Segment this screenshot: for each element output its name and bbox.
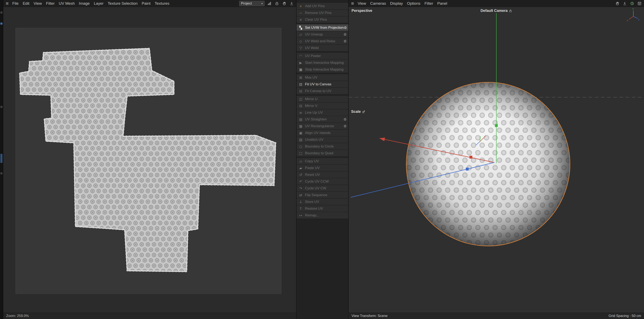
viewport-scene [349,7,644,313]
viewport-panel: ≡ ViewCamerasDisplayOptionsFilterPanel [349,0,644,319]
lock-icon[interactable] [274,1,279,6]
restore-uv-command[interactable]: ↑Restore UV [296,205,348,212]
menu-panel[interactable]: Panel [435,1,449,6]
render-to-viewer-icon[interactable] [622,1,627,6]
grid-spacing-label: Grid Spacing : 50 cm [608,314,641,318]
menu-filter[interactable]: Filter [44,1,56,6]
uv-rectangularize-command[interactable]: ▦UV Rectangularize⚙ [296,123,348,129]
boundary-to-quad-command[interactable]: □Boundary to Quad [296,150,348,156]
uv-straighten-command[interactable]: ▤UV Straighten⚙ [296,116,348,122]
pan-hand-icon[interactable] [615,1,620,6]
menu-file[interactable]: File [10,1,21,6]
uv-straighten-options-gear-icon[interactable]: ⚙ [344,117,346,122]
uv-unwrap-options-gear-icon[interactable]: ⚙ [344,32,346,36]
menu-layer[interactable]: Layer [92,1,106,6]
scale-handle-y[interactable] [495,124,498,127]
pan-hand-icon[interactable] [282,1,287,6]
panel-menu-icon[interactable]: ≡ [351,0,354,7]
menu-paint[interactable]: Paint [140,1,152,6]
fit-uv-to-canvas-command[interactable]: ⊡Fit UV to Canvas [296,81,348,88]
render-history-icon[interactable] [630,1,634,6]
scale-tool-icon [362,110,366,114]
menu-display[interactable]: Display [388,1,405,6]
menu-texture-selection[interactable]: Texture Selection [106,1,140,6]
project-dropdown[interactable]: Project ▾ [239,1,264,6]
layout-panel-icon[interactable] [637,1,642,6]
menu-textures[interactable]: Textures [152,1,172,6]
reset-uv-command[interactable]: ↺Reset UV [296,172,348,178]
menu-options[interactable]: Options [405,1,422,6]
dock-arrow-icon[interactable] [289,1,294,6]
viewport-statusbar: View Transform: Scene Grid Spacing : 50 … [349,313,644,319]
flip-sequence-icon: ⇄ [298,193,304,197]
max-uv-command[interactable]: ⊞Max UV [296,74,348,80]
uv-peeler-command[interactable]: ◠UV Peeler [296,53,348,59]
menu-edit[interactable]: Edit [21,1,32,6]
axis-orientation-gizmo[interactable]: Y x z [626,8,640,22]
set-uvw-from-projection-command[interactable]: ▚Set UVW from Projection⚙ [296,24,348,31]
command-label: UV Straighten [305,117,327,122]
dock-tab[interactable] [0,172,2,174]
scale-handle-z[interactable] [466,168,469,170]
viewport-menubar: ≡ ViewCamerasDisplayOptionsFilterPanel [349,0,644,7]
dock-tab-active[interactable] [0,22,2,24]
flip-sequence-command[interactable]: ⇄Flip Sequence [296,192,348,198]
start-interactive-mapping-command[interactable]: ▶Start Interactive Mapping [296,60,348,66]
remove-uv-pins-command[interactable]: −Remove UV Pins [296,10,348,16]
menu-view[interactable]: View [356,1,368,6]
texture-editor-statusbar: Zoom: 259.0% [3,313,296,319]
uv-rectangularize-options-gear-icon[interactable]: ⚙ [344,124,346,128]
left-dock-strip[interactable] [0,0,3,319]
store-uv-command[interactable]: ↓Store UV [296,198,348,205]
remap-icon: ↦ [298,213,304,218]
mirror-u-icon: ◫ [298,97,304,101]
command-label: Remap... [305,213,319,218]
copy-uv-command[interactable]: ▱Copy UV [296,158,348,164]
align-uv-islands-command[interactable]: ▣Align UV Islands [296,130,348,136]
cycle-uv-cw-command[interactable]: ↷Cycle UV CW [296,185,348,192]
menu-uv-mesh[interactable]: UV Mesh [56,1,77,6]
command-label: Reset UV [305,173,320,177]
uv-unwrap-command[interactable]: ▱UV Unwrap⚙ [296,31,348,38]
histogram-icon[interactable] [267,1,272,6]
dock-tab[interactable] [0,12,2,14]
dock-tab[interactable] [0,106,2,108]
boundary-to-circle-command[interactable]: ○Boundary to Circle [296,143,348,150]
unstitch-uv-command[interactable]: ▧Unstitch UV [296,136,348,143]
paste-uv-command[interactable]: ▰Paste UV [296,165,348,171]
mirror-v-command[interactable]: ⊟Mirror V [296,102,348,109]
mirror-u-command[interactable]: ◫Mirror U [296,96,348,102]
scale-handle-x[interactable] [470,156,472,158]
set-uvw-from-projection-options-gear-icon[interactable]: ⚙ [344,26,347,30]
active-tool-label: Scale [351,110,366,114]
clear-uv-pins-command[interactable]: ×Clear UV Pins [296,16,348,23]
panel-menu-icon[interactable]: ≡ [6,0,8,7]
uv-texture-canvas[interactable] [3,7,296,313]
set-uvw-from-projection-icon: ▚ [298,26,304,30]
menu-view[interactable]: View [32,1,44,6]
add-uv-pins-command[interactable]: +Add UV Pins [296,3,348,9]
menu-filter[interactable]: Filter [422,1,435,6]
uv-weld-and-relax-options-gear-icon[interactable]: ⚙ [344,39,346,43]
uv-canvas-svg [3,7,296,313]
fit-canvas-to-uv-icon: ⊟ [298,89,304,93]
cycle-uv-ccw-command[interactable]: ↶Cycle UV CCW [296,178,348,185]
uv-weld-command[interactable]: ▽UV Weld [296,45,348,51]
stop-interactive-mapping-icon: ■ [298,68,304,72]
chevron-down-icon: ▾ [261,2,263,5]
stop-interactive-mapping-command[interactable]: ■Stop Interactive Mapping [296,66,348,72]
camera-lock-icon[interactable] [509,9,512,12]
remap-command[interactable]: ↦Remap... [296,212,348,218]
fit-canvas-to-uv-command[interactable]: ⊟Fit Canvas to UV [296,88,348,94]
line-up-uv-command[interactable]: ≡Line Up UV [296,109,348,116]
menu-cameras[interactable]: Cameras [368,1,388,6]
view-mode-label[interactable]: Perspective [352,8,372,13]
menu-image[interactable]: Image [77,1,92,6]
store-uv-icon: ↓ [298,200,304,204]
viewport-3d[interactable]: Perspective Default Camera Scale Y x [349,7,644,313]
dock-tab-selected[interactable] [0,154,2,163]
command-group: +Add UV Pins−Remove UV Pins×Clear UV Pin… [296,3,348,23]
active-camera-label[interactable]: Default Camera [480,8,512,13]
uv-weld-and-relax-command[interactable]: ◇UV Weld and Relax⚙ [296,38,348,44]
command-label: Fit Canvas to UV [305,89,332,93]
